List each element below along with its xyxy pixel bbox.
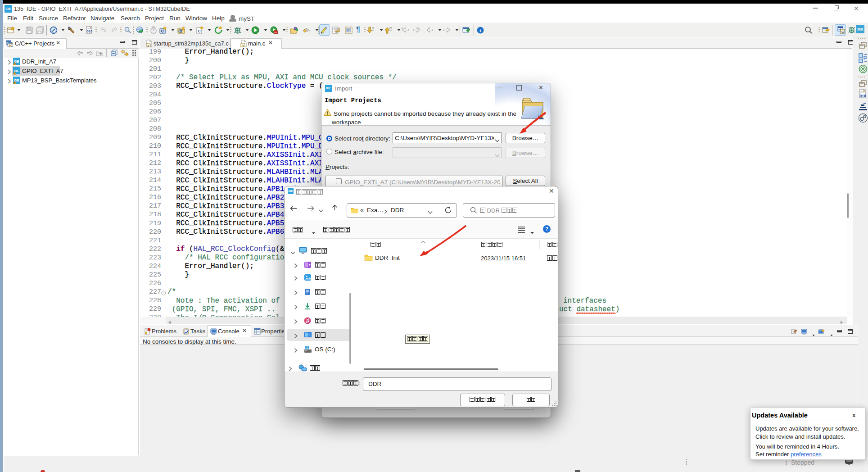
svg-text:010: 010 [87,29,93,33]
svg-text:010: 010 [860,94,866,98]
svg-text:C: C [841,30,844,34]
svg-text:!: ! [14,82,15,84]
svg-text:C: C [198,29,201,33]
svg-text:!: ! [14,63,15,65]
svg-text:.c: .c [147,44,149,47]
svg-text:C: C [161,29,164,33]
svg-text:.c: .c [241,44,244,47]
svg-text:i: i [479,27,481,33]
svg-text:C: C [180,29,182,33]
svg-text:C: C [10,44,13,47]
svg-text:!: ! [14,72,15,75]
